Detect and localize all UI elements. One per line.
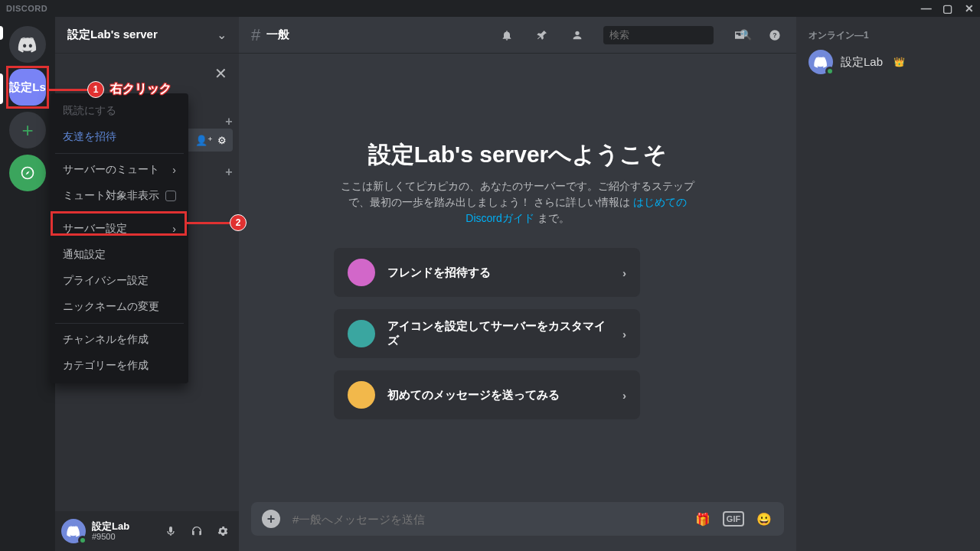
headphones-icon: [191, 525, 203, 537]
search-box[interactable]: 🔍: [603, 26, 714, 44]
ctx-label: ミュート対象非表示: [63, 189, 159, 203]
member-avatar: [808, 50, 833, 74]
app-name: DISCORD: [6, 4, 47, 13]
chat-content: 設定Lab's serverへようこそ ここは新しくてピカピカの、あなたのサーバ…: [239, 54, 796, 502]
mic-icon: [165, 525, 177, 537]
close-icon[interactable]: ✕: [214, 64, 227, 83]
server-pill-active: [0, 73, 3, 104]
ctx-item[interactable]: サーバー設定›: [55, 216, 184, 242]
ctx-item[interactable]: ニックネームの変更: [55, 294, 184, 320]
svg-text:?: ?: [773, 31, 776, 39]
inbox-button[interactable]: [730, 26, 749, 44]
window-close[interactable]: ✕: [959, 0, 980, 17]
message-composer[interactable]: + 🎁 GIF 😀: [251, 502, 784, 536]
explore-button[interactable]: [9, 155, 46, 191]
server-icon-selected[interactable]: 設定Ls: [9, 69, 46, 106]
app-window: DISCORD — ▢ ✕ 設定Ls + 設定Lab's server ⌄: [0, 0, 980, 551]
members-icon: [571, 29, 583, 41]
ctx-label: チャンネルを作成: [63, 333, 149, 347]
server-context-menu: 既読にする友達を招待サーバーのミュート›ミュート対象非表示サーバー設定›通知設定…: [51, 93, 188, 383]
bell-icon: [501, 29, 513, 41]
channel-name: 一般: [266, 28, 289, 42]
server-pill: [0, 26, 3, 40]
pinned-button[interactable]: [533, 26, 551, 44]
annotation-badge-1: 1: [87, 81, 104, 98]
card-icon: [348, 381, 375, 409]
ctx-item[interactable]: 通知設定: [55, 242, 184, 268]
notifications-button[interactable]: [498, 26, 516, 44]
member-list: オンライン—1 設定Lab 👑: [796, 17, 980, 551]
members-header: オンライン—1: [802, 29, 974, 47]
welcome-body: ここは新しくてピカピカの、あなたのサーバーです。ご紹介するステップで、最初の一歩…: [334, 178, 701, 227]
ctx-item[interactable]: チャンネルを作成: [55, 327, 184, 353]
ctx-label: 通知設定: [63, 248, 106, 262]
chevron-right-icon: ›: [172, 164, 176, 176]
home-button[interactable]: [9, 26, 46, 63]
user-panel: 設定Lab #9500: [55, 511, 239, 551]
card-icon: [348, 320, 375, 347]
member-row[interactable]: 設定Lab 👑: [802, 47, 974, 77]
gif-button[interactable]: GIF: [723, 511, 744, 527]
compass-icon: [20, 165, 35, 181]
window-maximize[interactable]: ▢: [937, 0, 959, 17]
card-label: 初めてのメッセージを送ってみる: [387, 388, 610, 403]
ctx-item[interactable]: カテゴリーを作成: [55, 353, 184, 379]
server-name: 設定Lab's server: [67, 28, 158, 42]
status-online-icon: [78, 536, 87, 545]
ctx-label: 友達を招待: [63, 130, 116, 144]
owner-crown-icon: 👑: [893, 57, 905, 67]
attach-button[interactable]: +: [262, 510, 280, 528]
annotation-line-2: [187, 222, 230, 224]
user-tag: #9500: [92, 532, 155, 541]
add-voice-icon[interactable]: +: [225, 165, 233, 179]
inbox-icon: [733, 29, 746, 41]
emoji-button[interactable]: 😀: [755, 510, 773, 528]
card-label: フレンドを招待する: [387, 266, 610, 280]
help-icon: ?: [769, 29, 781, 41]
ctx-item[interactable]: プライバシー設定: [55, 268, 184, 294]
ctx-label: サーバーのミュート: [63, 163, 159, 177]
card-icon: [348, 259, 375, 286]
server-rail: 設定Ls +: [0, 17, 55, 551]
ctx-label: カテゴリーを作成: [63, 359, 149, 373]
welcome-card-1[interactable]: アイコンを設定してサーバーをカスタマイズ›: [334, 309, 640, 358]
add-channel-icon[interactable]: +: [225, 115, 233, 129]
member-name: 設定Lab: [841, 55, 883, 70]
ctx-item[interactable]: 友達を招待: [55, 124, 184, 150]
welcome-title: 設定Lab's serverへようこそ: [334, 139, 701, 171]
welcome-card-0[interactable]: フレンドを招待する›: [334, 248, 640, 297]
help-button[interactable]: ?: [766, 26, 784, 44]
message-input[interactable]: [291, 512, 683, 527]
chevron-right-icon: ›: [172, 223, 176, 235]
welcome-card-2[interactable]: 初めてのメッセージを送ってみる›: [334, 370, 640, 419]
deafen-button[interactable]: [187, 521, 207, 541]
gift-button[interactable]: 🎁: [694, 510, 712, 528]
ctx-item[interactable]: ミュート対象非表示: [55, 183, 184, 209]
add-server-button[interactable]: +: [9, 112, 46, 148]
checkbox-icon: [165, 191, 176, 201]
annotation-line-1: [49, 89, 87, 91]
ctx-label: 既読にする: [63, 104, 116, 118]
server-header[interactable]: 設定Lab's server ⌄: [55, 17, 239, 54]
ctx-item: 既読にする: [55, 98, 184, 124]
members-button[interactable]: [568, 26, 586, 44]
pin-icon: [536, 29, 548, 41]
user-name: 設定Lab: [92, 521, 155, 532]
chevron-right-icon: ›: [622, 328, 626, 341]
gear-icon: [217, 525, 229, 537]
invite-icon[interactable]: 👤⁺: [195, 135, 213, 146]
chevron-right-icon: ›: [622, 266, 626, 279]
status-online-icon: [825, 67, 835, 76]
mute-button[interactable]: [161, 521, 181, 541]
settings-button[interactable]: [213, 521, 233, 541]
gear-icon[interactable]: ⚙: [217, 135, 227, 146]
search-input[interactable]: [608, 28, 740, 41]
discord-icon: [17, 34, 38, 55]
ctx-label: サーバー設定: [63, 222, 127, 236]
window-minimize[interactable]: —: [916, 0, 937, 17]
welcome-block: 設定Lab's serverへようこそ ここは新しくてピカピカの、あなたのサーバ…: [334, 84, 701, 432]
ctx-item[interactable]: サーバーのミュート›: [55, 157, 184, 183]
user-avatar[interactable]: [61, 519, 86, 543]
card-label: アイコンを設定してサーバーをカスタマイズ: [387, 319, 610, 348]
hash-icon: #: [251, 25, 260, 45]
